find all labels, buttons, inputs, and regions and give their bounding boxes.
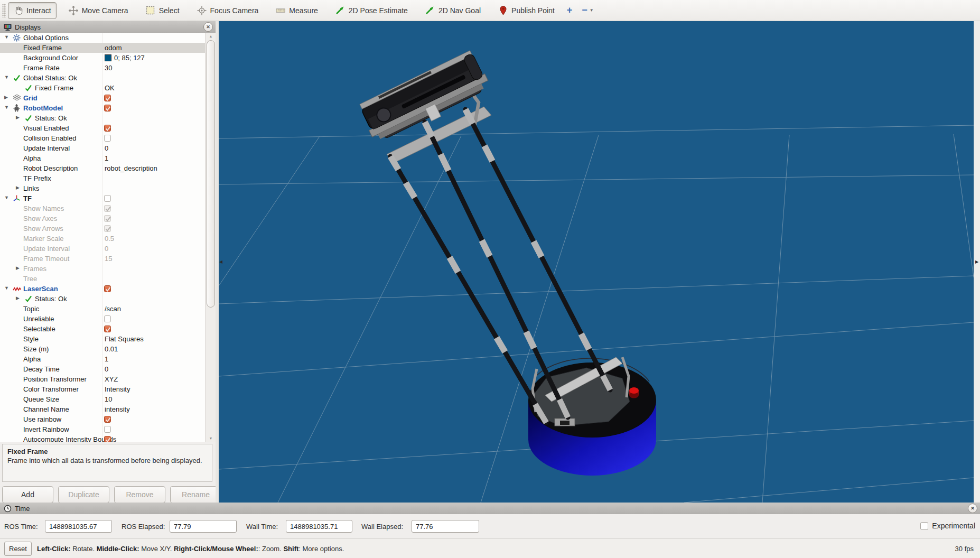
collapse-left-icon[interactable]: ◀ xyxy=(219,260,222,264)
tree-row[interactable]: ▶Status: Ok xyxy=(0,113,205,123)
tree-row[interactable]: Invert Rainbow xyxy=(0,424,205,434)
property-checkbox[interactable] xyxy=(104,416,111,423)
property-value[interactable]: 0; 85; 127 xyxy=(105,54,145,62)
tree-row[interactable]: Frame Timeout15 xyxy=(0,254,205,264)
tree-row[interactable]: ▶Links xyxy=(0,183,205,193)
property-checkbox[interactable] xyxy=(104,95,111,101)
property-value[interactable]: 1 xyxy=(105,355,108,363)
tree-row[interactable]: ▼Global Options xyxy=(0,33,205,43)
tree-row[interactable]: Show Arrows xyxy=(0,224,205,234)
tree-row[interactable]: ▶Status: Ok xyxy=(0,294,205,304)
tool-publish-point[interactable]: Publish Point xyxy=(493,2,560,19)
collapse-right-icon[interactable]: ▶ xyxy=(975,260,978,264)
property-checkbox[interactable] xyxy=(104,105,111,111)
add-button[interactable]: Add xyxy=(2,486,53,503)
tree-row[interactable]: ▼Global Status: Ok xyxy=(0,73,205,83)
tree-row[interactable]: Marker Scale0.5 xyxy=(0,234,205,244)
tree-row[interactable]: Unreliable xyxy=(0,314,205,324)
add-tool-button[interactable]: + xyxy=(567,5,573,16)
chevron-down-icon[interactable]: ▼ xyxy=(590,8,594,13)
tree-row[interactable]: Color TransformerIntensity xyxy=(0,384,205,394)
expand-expander-icon[interactable]: ▶ xyxy=(16,115,20,120)
tree-row[interactable]: Use rainbow xyxy=(0,414,205,424)
property-value[interactable]: 0.5 xyxy=(105,235,114,243)
tool-measure[interactable]: Measure xyxy=(270,2,323,19)
tree-row[interactable]: ▶Grid xyxy=(0,93,205,103)
tree-row[interactable]: Tree xyxy=(0,274,205,284)
scroll-down-icon[interactable]: ▼ xyxy=(206,436,216,440)
property-value[interactable]: Flat Squares xyxy=(105,335,144,343)
scroll-up-icon[interactable]: ▲ xyxy=(206,34,216,38)
tree-row[interactable]: Decay Time0 xyxy=(0,364,205,374)
property-value[interactable]: 0 xyxy=(105,365,108,373)
expand-expander-icon[interactable]: ▶ xyxy=(4,95,8,100)
tree-row[interactable]: Alpha1 xyxy=(0,354,205,364)
expand-expander-icon[interactable]: ▶ xyxy=(16,266,20,271)
property-value[interactable]: 1 xyxy=(105,154,108,162)
collapse-expander-icon[interactable]: ▼ xyxy=(4,105,9,110)
property-checkbox[interactable] xyxy=(104,135,111,142)
right-dock-strip[interactable]: ▶ xyxy=(974,21,980,503)
property-checkbox[interactable] xyxy=(104,195,111,202)
tree-row[interactable]: Channel Nameintensity xyxy=(0,404,205,414)
collapse-expander-icon[interactable]: ▼ xyxy=(4,75,9,80)
tree-row[interactable]: TF Prefix xyxy=(0,173,205,183)
tool-select[interactable]: Select xyxy=(141,2,185,19)
property-value[interactable]: intensity xyxy=(105,405,130,413)
tree-row[interactable]: Fixed FrameOK xyxy=(0,83,205,93)
collapse-expander-icon[interactable]: ▼ xyxy=(4,286,9,291)
property-value[interactable]: robot_description xyxy=(105,164,157,172)
expand-expander-icon[interactable]: ▶ xyxy=(16,185,20,190)
tree-row[interactable]: Background Color0; 85; 127 xyxy=(0,53,205,63)
tree-row[interactable]: Position TransformerXYZ xyxy=(0,374,205,384)
property-value[interactable]: 0 xyxy=(105,245,108,253)
property-value[interactable]: Intensity xyxy=(105,385,130,393)
tree-row[interactable]: ▼LaserScan xyxy=(0,284,205,294)
tree-row[interactable]: ▼RobotModel xyxy=(0,103,205,113)
tree-row[interactable]: Frame Rate30 xyxy=(0,63,205,73)
property-value[interactable]: 30 xyxy=(105,64,112,72)
tree-row[interactable]: Collision Enabled xyxy=(0,133,205,143)
tool-pose-estimate[interactable]: 2D Pose Estimate xyxy=(330,2,413,19)
reset-button[interactable]: Reset xyxy=(4,542,32,556)
tree-row[interactable]: Alpha1 xyxy=(0,153,205,163)
property-checkbox[interactable] xyxy=(104,125,111,132)
tree-row[interactable]: Update Interval0 xyxy=(0,143,205,153)
experimental-checkbox[interactable] xyxy=(920,522,928,530)
tree-row[interactable]: Autocompute Intensity Bounds xyxy=(0,434,205,442)
tree-row[interactable]: Robot Descriptionrobot_description xyxy=(0,163,205,173)
tree-row[interactable]: Size (m)0.01 xyxy=(0,344,205,354)
tree-row[interactable]: Fixed Frameodom xyxy=(0,43,205,53)
experimental-option[interactable]: Experimental xyxy=(920,522,975,530)
tree-row[interactable]: ▼TF xyxy=(0,193,205,203)
property-value[interactable]: OK xyxy=(105,84,115,92)
property-value[interactable]: 10 xyxy=(105,395,112,403)
tree-row[interactable]: Queue Size10 xyxy=(0,394,205,404)
collapse-expander-icon[interactable]: ▼ xyxy=(4,35,9,40)
scrollbar-thumb[interactable] xyxy=(207,40,215,308)
close-icon[interactable]: ✕ xyxy=(203,22,213,32)
ros-time-input[interactable]: 1488981035.67 xyxy=(45,520,112,533)
tree-row[interactable]: Selectable xyxy=(0,324,205,334)
tool-interact[interactable]: Interact xyxy=(8,2,57,19)
tree-row[interactable]: Visual Enabled xyxy=(0,123,205,133)
tree-scrollbar[interactable]: ▲ ▼ xyxy=(205,33,216,442)
wall-time-input[interactable]: 1488981035.71 xyxy=(286,520,352,533)
tree-row[interactable]: ▶Frames xyxy=(0,264,205,274)
toolbar-drag-handle[interactable] xyxy=(2,4,6,17)
property-value[interactable]: 0 xyxy=(105,144,108,152)
property-checkbox[interactable] xyxy=(104,315,111,322)
tree-row[interactable]: StyleFlat Squares xyxy=(0,334,205,344)
tool-focus-camera[interactable]: Focus Camera xyxy=(192,2,264,19)
property-value[interactable]: XYZ xyxy=(105,375,118,383)
expand-expander-icon[interactable]: ▶ xyxy=(16,296,20,301)
tree-row[interactable]: Show Axes xyxy=(0,213,205,224)
property-checkbox[interactable] xyxy=(104,285,111,292)
property-checkbox[interactable] xyxy=(104,426,111,433)
tool-nav-goal[interactable]: 2D Nav Goal xyxy=(420,2,486,19)
tree-row[interactable]: Show Names xyxy=(0,203,205,213)
property-value[interactable]: 0.01 xyxy=(105,345,118,353)
collapse-expander-icon[interactable]: ▼ xyxy=(4,196,9,200)
tree-row[interactable]: Update Interval0 xyxy=(0,244,205,254)
wall-elapsed-input[interactable]: 77.76 xyxy=(412,520,479,533)
